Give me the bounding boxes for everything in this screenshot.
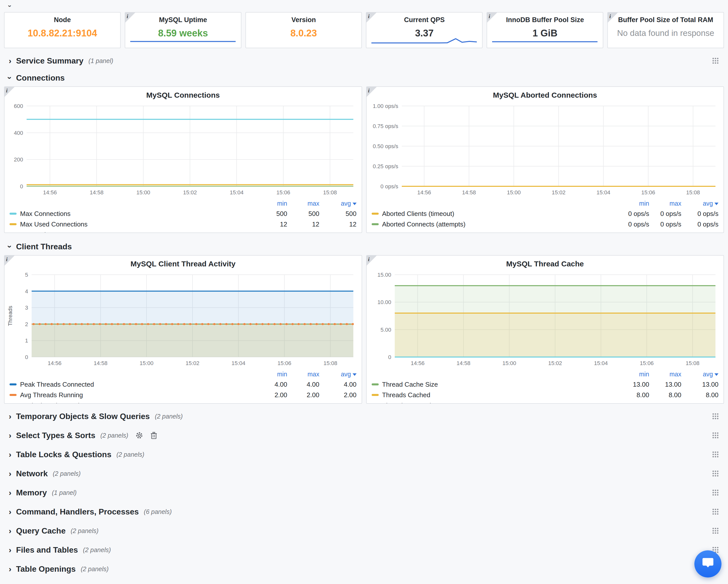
legend-sort-avg[interactable]: avg [319, 200, 357, 207]
legend-max: 12 [287, 221, 319, 228]
drag-handle-icon[interactable] [712, 470, 719, 477]
legend-sort-min[interactable]: min [255, 200, 287, 207]
row-table-openings[interactable]: Table Openings (2 panels) [4, 559, 724, 579]
legend-sort-max[interactable]: max [649, 371, 681, 378]
drag-handle-icon[interactable] [712, 57, 719, 64]
collapsed-rows: Temporary Objects & Slow Queries (2 pane… [4, 407, 724, 579]
legend-avg: 8.00 [681, 391, 719, 399]
mysql-client-thread-activity-chart[interactable]: 14:5614:5815:0015:0215:0415:0615:0854321… [6, 270, 360, 368]
legend-series-toggle[interactable]: Aborted Connects (attempts) [372, 221, 617, 228]
drag-handle-icon[interactable] [712, 489, 719, 496]
row-delete-trash-icon[interactable] [150, 431, 157, 439]
row-title: Command, Handlers, Processes [16, 507, 139, 516]
stat-title: Node [4, 16, 120, 24]
legend-sort-max[interactable]: max [287, 371, 319, 378]
legend-min: 0 [617, 402, 649, 404]
stat-panel-node: Node 10.8.82.21:9104 [4, 12, 121, 48]
row-title: Temporary Objects & Slow Queries [16, 412, 150, 421]
info-icon[interactable]: i [367, 87, 377, 97]
mysql-thread-cache-chart[interactable]: 14:5614:5815:0015:0215:0415:0615:0815.00… [369, 270, 722, 368]
legend-sort-avg[interactable]: avg [681, 371, 719, 378]
row-network[interactable]: Network (2 panels) [4, 464, 724, 483]
legend-min: 500 [255, 210, 287, 218]
panel-mysql-aborted-connections: i MySQL Aborted Connections 14:5614:5815… [366, 86, 724, 233]
row-memory[interactable]: Memory (1 panel) [4, 483, 724, 502]
info-icon[interactable]: i [487, 12, 497, 23]
svg-text:14:58: 14:58 [462, 189, 476, 196]
sparkline [130, 37, 236, 44]
stat-panel-mysql-uptime: i MySQL Uptime 8.59 weeks [125, 12, 241, 48]
collapse-chevron-icon[interactable] [6, 3, 14, 9]
legend-series-toggle[interactable]: Peak Threads Connected [9, 381, 255, 388]
row-command-handlers-processes[interactable]: Command, Handlers, Processes (6 panels) [4, 502, 724, 521]
drag-handle-icon[interactable] [712, 413, 719, 420]
legend-series-toggle[interactable]: Connections [9, 231, 255, 233]
row-settings-gear-icon[interactable] [135, 431, 143, 439]
chevron-right-icon [6, 565, 14, 573]
legend-series-toggle[interactable]: Aborted Clients (timeout) [372, 210, 617, 218]
legend-avg: 2.00 [319, 402, 357, 404]
row-panel-count: (2 panels) [71, 527, 98, 535]
legend-sort-max[interactable]: max [649, 200, 681, 207]
legend-series-toggle[interactable]: Max Connections [9, 210, 255, 218]
legend-sort-avg[interactable]: avg [681, 200, 719, 207]
help-chat-button[interactable] [694, 550, 722, 578]
legend-sort-max[interactable]: max [287, 200, 319, 207]
panel-mysql-client-thread-activity: i MySQL Client Thread Activity 14:5614:5… [4, 255, 362, 404]
svg-text:200: 200 [14, 156, 23, 163]
row-query-cache[interactable]: Query Cache (2 panels) [4, 521, 724, 540]
svg-text:5.00: 5.00 [381, 327, 391, 333]
stat-title: Current QPS [366, 16, 482, 24]
mysql-aborted-connections-chart[interactable]: 14:5614:5815:0015:0215:0415:0615:081.00 … [369, 101, 722, 197]
legend-sort-min[interactable]: min [255, 371, 287, 378]
panel-title[interactable]: MySQL Thread Cache [367, 256, 724, 270]
info-icon[interactable]: i [366, 12, 376, 23]
row-table-locks-questions[interactable]: Table Locks & Questions (2 panels) [4, 445, 724, 464]
stat-title: MySQL Uptime [125, 16, 241, 24]
series-swatch [372, 383, 379, 385]
row-connections[interactable]: Connections [4, 69, 724, 86]
panel-mysql-connections: i MySQL Connections 14:5614:5815:0015:02… [4, 86, 362, 233]
legend-series-toggle[interactable]: Max Used Connections [9, 221, 255, 228]
drag-handle-icon[interactable] [712, 527, 719, 534]
legend-avg: 500 [319, 210, 357, 218]
legend-series-toggle[interactable]: Thread Cache Size [372, 381, 617, 388]
svg-text:3: 3 [25, 305, 28, 311]
row-service-summary[interactable]: Service Summary (1 panel) [4, 52, 724, 69]
info-icon[interactable]: i [125, 12, 135, 23]
drag-handle-icon[interactable] [712, 451, 719, 458]
legend-row-clipped: Threads Created 0 0 0 [372, 400, 719, 404]
drag-handle-icon[interactable] [712, 508, 719, 515]
legend-avg: 1 [319, 231, 357, 233]
panel-title[interactable]: MySQL Connections [4, 87, 362, 101]
legend-sort-min[interactable]: min [617, 371, 649, 378]
info-icon[interactable]: i [4, 256, 15, 265]
info-icon[interactable]: i [608, 12, 618, 23]
stat-panel-version: Version 8.0.23 [245, 12, 362, 48]
row-files-and-tables[interactable]: Files and Tables (2 panels) [4, 540, 724, 559]
panel-title[interactable]: MySQL Aborted Connections [367, 87, 724, 101]
row-client-threads[interactable]: Client Threads [4, 238, 724, 255]
svg-text:15:06: 15:06 [278, 360, 291, 366]
chevron-right-icon [6, 431, 14, 439]
svg-text:0.75 ops/s: 0.75 ops/s [373, 123, 398, 129]
legend-sort-min[interactable]: min [617, 200, 649, 207]
legend-series-toggle[interactable]: Threads Cached [372, 391, 617, 399]
svg-text:0 ops/s: 0 ops/s [381, 183, 398, 189]
row-temporary-objects-slow-queries[interactable]: Temporary Objects & Slow Queries (2 pane… [4, 407, 724, 426]
legend-series-toggle[interactable]: Peak Threads Running [9, 402, 255, 404]
panel-title[interactable]: MySQL Client Thread Activity [4, 256, 362, 270]
row-select-types-sorts[interactable]: Select Types & Sorts (2 panels) [4, 426, 724, 445]
info-icon[interactable]: i [4, 87, 15, 97]
drag-handle-icon[interactable] [712, 432, 719, 439]
legend-series-toggle[interactable]: Threads Created [372, 402, 617, 404]
svg-text:15:06: 15:06 [276, 189, 290, 196]
mysql-connections-chart[interactable]: 14:5614:5815:0015:0215:0415:0615:0860040… [6, 101, 360, 197]
legend-max: 500 [287, 210, 319, 218]
svg-text:14:56: 14:56 [48, 360, 61, 366]
info-icon[interactable]: i [367, 256, 377, 265]
legend-sort-avg[interactable]: avg [319, 371, 357, 378]
svg-text:14:58: 14:58 [89, 189, 103, 196]
legend-min: 0 ops/s [617, 221, 649, 228]
legend-series-toggle[interactable]: Avg Threads Running [9, 391, 255, 399]
